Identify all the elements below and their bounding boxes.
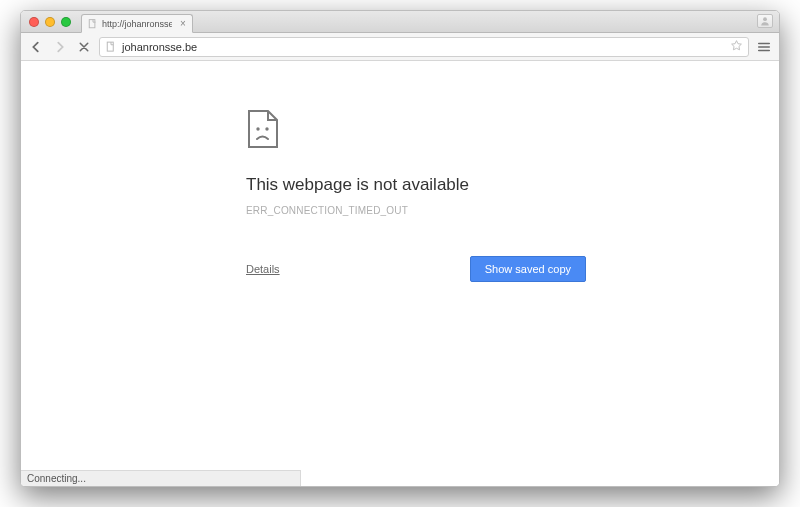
arrow-right-icon [53, 40, 67, 54]
sad-page-icon [246, 109, 586, 153]
svg-rect-0 [89, 19, 95, 27]
zoom-window-button[interactable] [61, 17, 71, 27]
titlebar: http://johanronsse.be/ is n × [21, 11, 779, 33]
svg-point-4 [265, 127, 268, 130]
close-tab-icon[interactable]: × [180, 19, 186, 29]
address-bar[interactable]: johanronsse.be [99, 37, 749, 57]
close-icon [78, 41, 90, 53]
toolbar: johanronsse.be [21, 33, 779, 61]
hamburger-icon [757, 40, 771, 54]
show-saved-copy-button[interactable]: Show saved copy [470, 256, 586, 282]
arrow-left-icon [29, 40, 43, 54]
svg-point-3 [256, 127, 259, 130]
forward-button[interactable] [51, 38, 69, 56]
stop-reload-button[interactable] [75, 38, 93, 56]
status-text: Connecting... [27, 473, 86, 484]
details-link[interactable]: Details [246, 263, 280, 275]
page-viewport: This webpage is not available ERR_CONNEC… [21, 61, 779, 486]
status-bar: Connecting... [21, 470, 301, 486]
svg-point-1 [763, 17, 767, 21]
profile-button[interactable] [757, 14, 773, 28]
browser-tab[interactable]: http://johanronsse.be/ is n × [81, 14, 193, 33]
bookmark-star-icon[interactable] [730, 39, 743, 54]
error-heading: This webpage is not available [246, 175, 586, 195]
back-button[interactable] [27, 38, 45, 56]
error-block: This webpage is not available ERR_CONNEC… [246, 109, 586, 282]
tab-title: http://johanronsse.be/ is n [102, 19, 172, 29]
menu-button[interactable] [755, 38, 773, 56]
traffic-lights [21, 17, 71, 27]
error-actions: Details Show saved copy [246, 256, 586, 282]
minimize-window-button[interactable] [45, 17, 55, 27]
svg-rect-2 [107, 42, 113, 51]
browser-window: http://johanronsse.be/ is n × [20, 10, 780, 487]
close-window-button[interactable] [29, 17, 39, 27]
page-icon [105, 41, 117, 53]
favicon-icon [88, 19, 98, 29]
url-text: johanronsse.be [122, 41, 725, 53]
error-code: ERR_CONNECTION_TIMED_OUT [246, 205, 586, 216]
